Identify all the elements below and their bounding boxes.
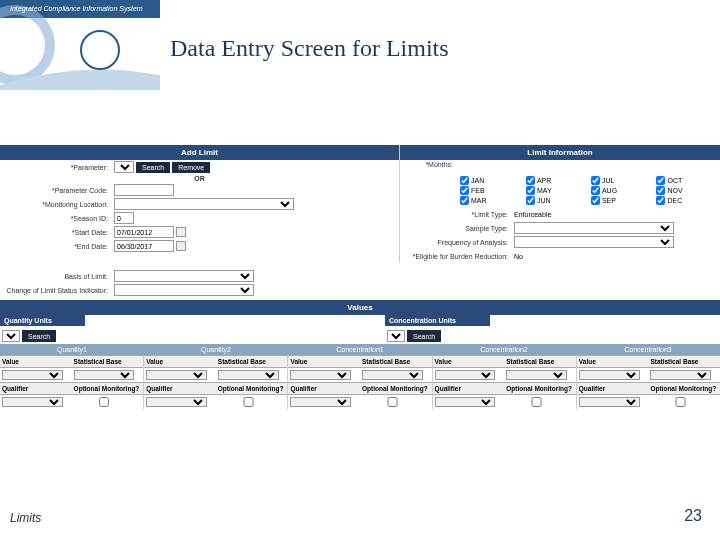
cell-select[interactable] xyxy=(506,370,567,380)
end-date-label: *End Date: xyxy=(4,243,114,250)
parameter-remove-button[interactable]: Remove xyxy=(172,162,210,173)
concentration-units-select[interactable] xyxy=(387,330,405,342)
quantity-units-search-button[interactable]: Search xyxy=(22,330,56,342)
agency-seal-icon xyxy=(80,30,120,70)
month-jan: JAN xyxy=(460,176,520,185)
season-id-label: *Season ID: xyxy=(4,215,114,222)
months-label: *Months: xyxy=(404,161,459,168)
concentration-units-label: Concentration Units xyxy=(385,315,490,326)
col-header: Statistical Base xyxy=(360,355,432,368)
cell-select[interactable] xyxy=(290,370,351,380)
col-header: Optional Monitoring? xyxy=(504,382,576,395)
parameter-search-button[interactable]: Search xyxy=(136,162,170,173)
season-id-input[interactable] xyxy=(114,212,134,224)
month-checkbox-sep[interactable] xyxy=(591,196,600,205)
col-header: Value xyxy=(577,355,649,368)
basis-of-limit-select[interactable] xyxy=(114,270,254,282)
cell-select[interactable] xyxy=(290,397,351,407)
month-checkbox-jun[interactable] xyxy=(526,196,535,205)
parameter-select[interactable] xyxy=(114,161,134,173)
page-title: Data Entry Screen for Limits xyxy=(170,35,449,62)
parameter-code-input[interactable] xyxy=(114,184,174,196)
cell-select[interactable] xyxy=(650,370,711,380)
col-header: Optional Monitoring? xyxy=(72,382,144,395)
month-checkbox-dec[interactable] xyxy=(656,196,665,205)
cell-checkbox[interactable] xyxy=(218,397,279,407)
month-checkbox-oct[interactable] xyxy=(656,176,665,185)
basis-of-limit-label: Basis of Limit: xyxy=(4,273,114,280)
col-header: Optional Monitoring? xyxy=(216,382,288,395)
system-name: Integrated Compliance Information System xyxy=(10,5,143,12)
cell-checkbox[interactable] xyxy=(362,397,423,407)
col-header: Qualifier xyxy=(577,382,649,395)
values-header: Values xyxy=(0,300,720,315)
cell-checkbox[interactable] xyxy=(506,397,567,407)
end-date-input[interactable] xyxy=(114,240,174,252)
month-nov: NOV xyxy=(656,186,716,195)
month-apr: APR xyxy=(526,176,585,185)
cell-select[interactable] xyxy=(362,370,423,380)
calendar-icon[interactable] xyxy=(176,241,186,251)
qc-table-row-2: QualifierOptional Monitoring?QualifierOp… xyxy=(0,382,720,395)
month-checkbox-feb[interactable] xyxy=(460,186,469,195)
start-date-label: *Start Date: xyxy=(4,229,114,236)
month-checkbox-aug[interactable] xyxy=(591,186,600,195)
col-header: Statistical Base xyxy=(72,355,144,368)
col-header: Value xyxy=(144,355,216,368)
calendar-icon[interactable] xyxy=(176,227,186,237)
sample-type-select[interactable] xyxy=(514,222,674,234)
cell-select[interactable] xyxy=(218,370,279,380)
frequency-select[interactable] xyxy=(514,236,674,248)
cell-select[interactable] xyxy=(2,370,63,380)
cell-select[interactable] xyxy=(74,370,135,380)
cell-select[interactable] xyxy=(435,370,496,380)
limit-type-value: Enforceable xyxy=(514,211,716,218)
month-checkbox-nov[interactable] xyxy=(656,186,665,195)
month-checkbox-jul[interactable] xyxy=(591,176,600,185)
cell-checkbox[interactable] xyxy=(650,397,711,407)
cell-select[interactable] xyxy=(146,397,207,407)
col-header: Qualifier xyxy=(433,382,505,395)
qc-table-row-1: ValueStatistical BaseValueStatistical Ba… xyxy=(0,355,720,368)
parameter-code-label: *Parameter Code: xyxy=(4,187,114,194)
add-limit-header: Add Limit xyxy=(0,145,399,160)
qc-header: Concentration3 xyxy=(576,344,720,355)
concentration-units-search-button[interactable]: Search xyxy=(407,330,441,342)
month-checkbox-apr[interactable] xyxy=(526,176,535,185)
month-dec: DEC xyxy=(656,196,716,205)
burden-label: *Eligible for Burden Reduction: xyxy=(404,253,514,260)
footer-page-number: 23 xyxy=(684,507,702,525)
qc-group-headers: Quantity1Quantity2Concentration1Concentr… xyxy=(0,344,720,355)
start-date-input[interactable] xyxy=(114,226,174,238)
month-checkbox-jan[interactable] xyxy=(460,176,469,185)
cell-select[interactable] xyxy=(579,370,640,380)
month-sep: SEP xyxy=(591,196,651,205)
quantity-units-select[interactable] xyxy=(2,330,20,342)
sample-type-label: Sample Type: xyxy=(404,225,514,232)
qc-header: Concentration2 xyxy=(432,344,576,355)
months-grid: JANAPRJULOCTFEBMAYAUGNOVMARJUNSEPDEC xyxy=(400,174,720,207)
month-aug: AUG xyxy=(591,186,651,195)
or-divider: OR xyxy=(0,174,399,183)
cell-select[interactable] xyxy=(435,397,496,407)
cell-select[interactable] xyxy=(579,397,640,407)
cell-select[interactable] xyxy=(2,397,63,407)
change-indicator-select[interactable] xyxy=(114,284,254,296)
limit-type-label: *Limit Type: xyxy=(404,211,514,218)
col-header: Statistical Base xyxy=(504,355,576,368)
month-jul: JUL xyxy=(591,176,651,185)
month-checkbox-mar[interactable] xyxy=(460,196,469,205)
col-header: Qualifier xyxy=(144,382,216,395)
month-feb: FEB xyxy=(460,186,520,195)
col-header: Qualifier xyxy=(0,382,72,395)
monitoring-location-select[interactable] xyxy=(114,198,294,210)
cell-select[interactable] xyxy=(146,370,207,380)
month-checkbox-may[interactable] xyxy=(526,186,535,195)
col-header: Value xyxy=(288,355,360,368)
month-jun: JUN xyxy=(526,196,585,205)
cell-checkbox[interactable] xyxy=(74,397,135,407)
month-may: MAY xyxy=(526,186,585,195)
limit-info-header: Limit Information xyxy=(400,145,720,160)
quantity-units-label: Quantity Units xyxy=(0,315,85,326)
col-header: Value xyxy=(0,355,72,368)
